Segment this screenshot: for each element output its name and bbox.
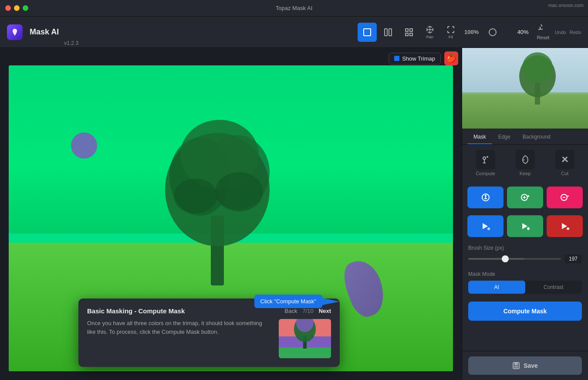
undo-button[interactable]: Undo — [554, 30, 566, 35]
brush-compute-settings-button[interactable] — [467, 187, 504, 208]
tooltip-arrow — [322, 298, 340, 305]
svg-point-13 — [174, 179, 217, 214]
zoom-100-label: 100% — [464, 29, 479, 35]
svg-rect-34 — [514, 366, 518, 368]
tutorial-popup: Basic Masking - Compute Mask Back 7/10 N… — [78, 299, 340, 367]
brush-size-section: Brush Size (px) 197 — [462, 241, 588, 268]
tutorial-page: 7/10 — [303, 308, 314, 314]
preview-tree-svg — [516, 52, 559, 105]
pan-label: Pan — [426, 35, 433, 39]
tool-cut: Cut — [547, 150, 583, 176]
brush-circle — [71, 132, 97, 159]
panel-spacer — [462, 325, 588, 351]
svg-rect-5 — [406, 33, 408, 36]
tutorial-thumbnail — [279, 319, 331, 358]
save-icon — [512, 362, 520, 370]
brush-size-row: 197 — [468, 254, 582, 263]
main-content: Show Trimap 🍎 — [0, 48, 588, 380]
svg-rect-0 — [364, 29, 371, 36]
fit-button[interactable]: Fit — [441, 23, 460, 42]
compute-mask-button[interactable]: Compute Mask — [468, 302, 582, 321]
toolbar: Mask AI v1.2.3 — [0, 17, 588, 48]
compute-tooltip: Click "Compute Mask" — [254, 295, 322, 308]
split-view-button[interactable] — [378, 23, 398, 42]
svg-rect-1 — [385, 29, 387, 36]
mask-mode-section: Mask Mode AI Contrast — [462, 268, 588, 297]
tutorial-nav: Back 7/10 Next — [285, 308, 331, 314]
keep-tool-button[interactable] — [516, 150, 535, 169]
single-view-button[interactable] — [358, 23, 377, 42]
tutorial-next-button[interactable]: Next — [319, 308, 331, 314]
fit-label: Fit — [449, 35, 453, 39]
brush-cut-button[interactable] — [547, 187, 583, 208]
tree-svg — [152, 120, 283, 285]
tab-edge[interactable]: Edge — [492, 130, 517, 144]
tutorial-title: Basic Masking - Compute Mask — [87, 307, 185, 315]
brush-size-slider[interactable] — [468, 258, 561, 260]
svg-rect-4 — [410, 29, 412, 31]
tutorial-text: Once you have all three colors on the tr… — [87, 319, 272, 336]
keep-tool-label: Keep — [520, 171, 531, 176]
undo-redo: Undo Redo — [554, 30, 581, 35]
brush-size-label: Brush Size (px) — [468, 245, 582, 251]
traffic-lights — [5, 5, 28, 11]
mask-tabs: Mask Edge Background — [462, 130, 588, 145]
save-label: Save — [524, 362, 538, 369]
tool-keep: Keep — [507, 150, 543, 176]
canvas-area[interactable]: Show Trimap 🍎 — [0, 48, 462, 380]
mode-ai-button[interactable]: AI — [468, 281, 525, 294]
svg-point-29 — [487, 227, 490, 230]
tool-compute: Compute — [467, 150, 504, 176]
preview-container — [462, 48, 588, 129]
tools-row: Compute Keep — [467, 150, 583, 176]
zoom-level: 40% — [514, 29, 532, 35]
cut-tool-button[interactable] — [555, 150, 574, 169]
fill-keep-button[interactable] — [507, 215, 543, 237]
close-button[interactable] — [5, 5, 11, 11]
reset-button[interactable]: Reset — [537, 24, 550, 40]
app-version: v1.2.3 — [64, 40, 78, 46]
compute-tooltip-text: Click "Compute Mask" — [260, 298, 316, 305]
pan-button[interactable]: Pan — [420, 23, 439, 42]
tutorial-back-button[interactable]: Back — [285, 308, 297, 314]
brush-buttons-row1 — [462, 183, 588, 212]
svg-point-14 — [215, 172, 263, 211]
tools-section: Compute Keep — [462, 145, 588, 183]
preview-image — [462, 48, 588, 129]
fill-compute-button[interactable] — [467, 215, 504, 237]
minimize-button[interactable] — [14, 5, 20, 11]
compute-tool-button[interactable] — [476, 150, 495, 169]
tutorial-header: Basic Masking - Compute Mask Back 7/10 N… — [87, 307, 331, 315]
maximize-button[interactable] — [23, 5, 28, 11]
svg-point-7 — [489, 29, 496, 36]
fill-cut-button[interactable] — [547, 215, 583, 237]
svg-rect-6 — [410, 33, 412, 36]
tab-mask[interactable]: Mask — [467, 130, 492, 144]
titlebar: Topaz Mask AI mac.orsoon.com — [0, 0, 588, 17]
trimap-bar: Show Trimap 🍎 — [389, 51, 458, 65]
toolbar-right: 40% Reset Undo Redo — [514, 24, 581, 40]
brush-size-value: 197 — [564, 254, 582, 263]
watermark: mac.orsoon.com — [548, 3, 584, 8]
svg-rect-33 — [514, 363, 518, 365]
window-title: Topaz Mask AI — [276, 5, 313, 11]
save-section: Save — [462, 351, 588, 380]
zoom-100-button[interactable]: 100% — [462, 23, 481, 42]
mode-contrast-button[interactable]: Contrast — [525, 281, 582, 294]
svg-point-20 — [522, 52, 553, 83]
view-tools: Pan Fit 100% — [358, 23, 502, 42]
brush-buttons-row2 — [462, 212, 588, 241]
reset-label: Reset — [537, 35, 550, 40]
trimap-dot — [394, 56, 399, 61]
compute-tool-label: Compute — [476, 171, 495, 176]
save-button[interactable]: Save — [468, 356, 582, 375]
loading-button[interactable] — [483, 23, 502, 42]
tutorial-body: Once you have all three colors on the tr… — [87, 319, 331, 358]
brush-keep-add-button[interactable] — [507, 187, 543, 208]
apple-icon: 🍎 — [444, 51, 458, 65]
redo-button[interactable]: Redo — [570, 30, 581, 35]
grid-view-button[interactable] — [399, 23, 419, 42]
show-trimap-button[interactable]: Show Trimap — [389, 53, 441, 64]
cut-tool-label: Cut — [561, 171, 568, 176]
tab-background[interactable]: Background — [517, 130, 557, 144]
